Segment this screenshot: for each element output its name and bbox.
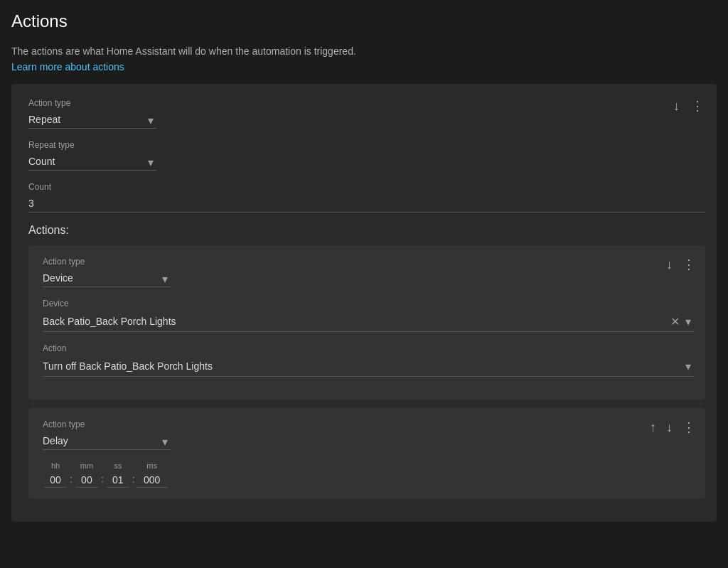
outer-action-type-select[interactable]: Repeat bbox=[28, 111, 156, 129]
device-dropdown-button[interactable]: ▾ bbox=[682, 312, 694, 331]
repeat-type-label: Repeat type bbox=[28, 140, 705, 150]
action-field-group: Action ▾ bbox=[43, 343, 694, 377]
down-arrow-icon: ↓ bbox=[673, 100, 680, 112]
action-input[interactable] bbox=[43, 356, 682, 376]
device-field-label: Device bbox=[43, 299, 694, 309]
time-ms-label: ms bbox=[146, 461, 157, 470]
time-ss-input[interactable] bbox=[107, 473, 129, 488]
page-title: Actions bbox=[11, 11, 717, 31]
device-select-wrapper: ✕ ▾ bbox=[43, 311, 694, 332]
inner-delay-action-type-select[interactable]: Delay bbox=[43, 432, 171, 450]
inner-device-card-actions: ↓ ⋮ bbox=[662, 254, 700, 275]
device-field-group: Device ✕ ▾ bbox=[43, 299, 694, 332]
repeat-type-select-wrapper: Count ▾ bbox=[28, 153, 156, 171]
outer-move-down-button[interactable]: ↓ bbox=[669, 95, 684, 117]
learn-more-link[interactable]: Learn more about actions bbox=[11, 61, 124, 73]
action-field-label: Action bbox=[43, 343, 694, 353]
time-sep-2: : bbox=[100, 473, 105, 488]
inner-delay-action-type-label: Action type bbox=[43, 419, 637, 429]
more-vert-icon: ⋮ bbox=[691, 100, 704, 112]
inner-delay-down-arrow-icon: ↓ bbox=[666, 421, 673, 434]
inner-delay-move-up-button[interactable]: ↑ bbox=[646, 417, 660, 438]
inner-device-action-type-group: Action type Device ▾ bbox=[43, 257, 694, 287]
time-ms-input[interactable] bbox=[136, 473, 168, 488]
action-select-wrapper: ▾ bbox=[43, 356, 694, 377]
outer-action-type-select-wrapper: Repeat ▾ bbox=[28, 111, 156, 129]
action-chevron-icon: ▾ bbox=[685, 360, 691, 373]
inner-device-more-vert-icon: ⋮ bbox=[682, 258, 695, 271]
time-ss-group: ss bbox=[105, 461, 131, 488]
outer-action-type-label: Action type bbox=[28, 98, 705, 108]
outer-more-button[interactable]: ⋮ bbox=[687, 95, 708, 117]
time-mm-label: mm bbox=[80, 461, 93, 470]
time-hh-label: hh bbox=[51, 461, 60, 470]
inner-device-more-button[interactable]: ⋮ bbox=[678, 254, 700, 275]
actions-section-label: Actions: bbox=[28, 224, 705, 237]
inner-device-action-type-select[interactable]: Device bbox=[43, 269, 171, 287]
delay-time-row: hh : mm : ss : ms bbox=[43, 461, 694, 488]
time-hh-input[interactable] bbox=[44, 473, 67, 488]
time-sep-1: : bbox=[68, 473, 74, 488]
action-dropdown-button[interactable]: ▾ bbox=[682, 357, 694, 376]
time-sep-3: : bbox=[131, 473, 136, 488]
time-mm-input[interactable] bbox=[75, 473, 98, 488]
device-clear-button[interactable]: ✕ bbox=[668, 312, 682, 331]
inner-delay-more-button[interactable]: ⋮ bbox=[678, 417, 700, 438]
count-field-group: Count bbox=[28, 182, 705, 213]
time-mm-group: mm bbox=[74, 461, 100, 488]
inner-delay-more-vert-icon: ⋮ bbox=[682, 421, 695, 434]
count-input[interactable] bbox=[28, 195, 705, 213]
inner-delay-action-type-select-wrapper: Delay ▾ bbox=[43, 432, 171, 450]
device-input[interactable] bbox=[43, 311, 668, 331]
repeat-type-select[interactable]: Count bbox=[28, 153, 156, 171]
inner-device-move-down-button[interactable]: ↓ bbox=[662, 254, 677, 275]
page-container: Actions The actions are what Home Assist… bbox=[0, 0, 728, 539]
inner-device-action-type-label: Action type bbox=[43, 257, 637, 267]
inner-action-card-device: ↓ ⋮ Action type Device ▾ Device bbox=[28, 245, 705, 400]
description-text: The actions are what Home Assistant will… bbox=[11, 45, 717, 57]
inner-device-down-arrow-icon: ↓ bbox=[666, 258, 673, 271]
time-hh-group: hh bbox=[43, 461, 68, 488]
clear-icon: ✕ bbox=[670, 315, 680, 328]
inner-action-card-delay: ↑ ↓ ⋮ Action type Delay ▾ bbox=[28, 408, 705, 499]
outer-action-card: ↓ ⋮ Action type Repeat ▾ Repeat type Cou… bbox=[11, 84, 717, 522]
inner-device-action-type-select-wrapper: Device ▾ bbox=[43, 269, 171, 287]
repeat-type-group: Repeat type Count ▾ bbox=[28, 140, 705, 171]
count-label: Count bbox=[28, 182, 705, 192]
inner-delay-move-down-button[interactable]: ↓ bbox=[662, 417, 677, 438]
time-ss-label: ss bbox=[114, 461, 122, 470]
inner-delay-action-type-group: Action type Delay ▾ bbox=[43, 419, 694, 450]
device-chevron-icon: ▾ bbox=[685, 315, 691, 328]
outer-card-actions: ↓ ⋮ bbox=[669, 95, 708, 117]
inner-delay-card-actions: ↑ ↓ ⋮ bbox=[646, 417, 700, 438]
outer-action-type-group: Action type Repeat ▾ bbox=[28, 98, 705, 129]
time-ms-group: ms bbox=[136, 461, 168, 488]
inner-delay-up-arrow-icon: ↑ bbox=[650, 421, 656, 434]
